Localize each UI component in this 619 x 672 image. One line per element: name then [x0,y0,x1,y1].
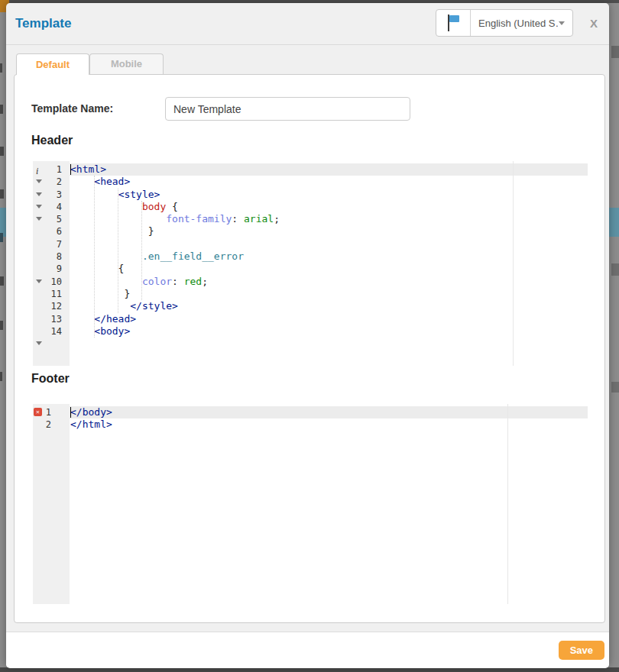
chevron-down-icon [559,21,565,25]
backdrop-fragment [0,276,4,286]
gutter-line-12[interactable]: 12 [33,300,70,312]
code-line-14[interactable]: <body> [70,325,588,338]
line-number: 10 [33,276,62,288]
line-number: 3 [33,189,62,201]
backdrop-fragment [0,147,4,156]
code-line-13[interactable]: </head> [70,313,588,325]
line-number: 8 [33,250,62,263]
line-number: 6 [33,225,62,237]
tab-default[interactable]: Default [16,53,89,75]
header-section-heading: Header [31,134,73,147]
template-name-label: Template Name: [31,97,113,121]
text-cursor [70,164,72,175]
code-line-5[interactable]: font-family: arial; [70,213,588,225]
gutter-line-1[interactable]: i1 [33,163,70,176]
language-selector[interactable]: English (United S… [436,9,573,37]
editor-gutter[interactable]: ✕12 [33,404,70,604]
backdrop-fragment [0,63,2,73]
screen: Template English (United S… X Default Mo… [0,0,619,672]
gutter-line-13[interactable]: 13 [33,313,70,325]
line-number: 9 [33,263,62,275]
modal-title: Template [15,3,71,44]
gutter-line-2[interactable]: 2 [33,176,70,188]
gutter-line-10[interactable]: 10 [33,276,70,288]
gutter-line-8[interactable]: 8 [33,250,70,263]
line-number: 5 [33,213,62,225]
gutter-line-2[interactable]: 2 [33,418,70,431]
flag-segment [436,10,471,36]
code-line-7[interactable] [70,238,588,250]
gutter-line-14[interactable]: 14 [33,325,70,338]
line-number: 7 [33,238,62,250]
code-line-4[interactable]: body { [70,201,588,213]
tab-panel: Template Name: Header i12345678910111213… [14,74,605,623]
close-icon[interactable]: X [585,3,603,44]
line-number: 14 [33,325,62,338]
template-name-input[interactable] [165,97,410,121]
text-cursor [70,407,72,418]
code-line-11[interactable]: } [70,288,588,300]
modal-header: Template English (United S… X [6,3,609,45]
print-margin-line [507,404,508,604]
backdrop-fragment [0,233,3,242]
save-button[interactable]: Save [559,641,604,660]
backdrop-fragment [0,105,3,114]
code-area[interactable]: </body></html> [70,406,588,431]
header-code-editor[interactable]: i1234567891011121314 <html> <head> <styl… [33,161,588,366]
gutter-line-9[interactable]: 9 [33,263,70,275]
code-line-12[interactable]: </style> [70,300,588,312]
line-number: 2 [33,176,62,188]
modal-footer: Save [6,632,609,668]
line-number: 12 [33,300,62,312]
gutter-line-4[interactable]: 4 [33,201,70,213]
editor-gutter[interactable]: i1234567891011121314 [33,161,70,366]
code-line-2[interactable]: </html> [70,418,588,431]
gutter-line-3[interactable]: 3 [33,189,70,201]
template-modal: Template English (United S… X Default Mo… [6,3,609,667]
flag-icon [446,14,461,32]
line-number: 13 [33,313,62,325]
backdrop-fragment [611,382,619,393]
backdrop-fragment [0,189,4,199]
line-number: 11 [33,288,62,300]
gutter-line-11[interactable]: 11 [33,288,70,300]
footer-code-editor[interactable]: ✕12 </body></html> [33,404,588,604]
footer-section-heading: Footer [31,372,70,386]
backdrop-fragment [0,372,2,381]
code-line-3[interactable]: <style> [70,189,588,201]
line-number: 2 [33,418,51,431]
fold-arrow-icon[interactable] [36,341,42,345]
code-line-1[interactable]: </body> [70,406,588,418]
tab-mobile[interactable]: Mobile [89,53,164,74]
code-line-1[interactable]: <html> [70,163,588,176]
error-annotation-icon: ✕ [34,408,42,416]
code-line-9[interactable]: { [70,263,588,275]
code-area[interactable]: <html> <head> <style> body { font-family… [70,163,588,338]
gutter-line-5[interactable]: 5 [33,213,70,225]
gutter-line-6[interactable]: 6 [33,225,70,237]
code-line-6[interactable]: } [70,225,588,237]
code-line-2[interactable]: <head> [70,176,588,188]
gutter-line-7[interactable]: 7 [33,238,70,250]
code-line-8[interactable]: .en__field__error [70,250,588,263]
language-selector-value: English (United S… [471,18,559,29]
backdrop-fragment [0,321,3,330]
gutter-line-1[interactable]: ✕1 [33,406,70,418]
backdrop-fragment [611,46,619,58]
line-number: 4 [33,201,62,213]
code-line-10[interactable]: color: red; [70,276,588,288]
backdrop-fragment [611,263,619,276]
